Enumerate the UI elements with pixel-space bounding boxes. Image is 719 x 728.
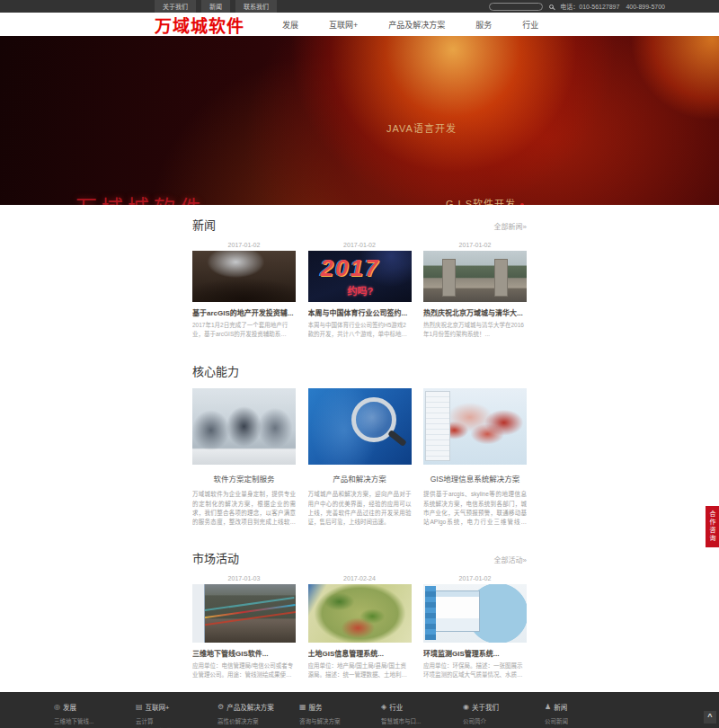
market-card-date: 2017-02-24 [308, 575, 412, 582]
market-card-image-landmap[interactable] [308, 584, 412, 643]
footer-column-header: ♟新闻 [545, 702, 626, 712]
news-card-title[interactable]: 基于arcGIS的地产开发投资辅... [192, 307, 296, 317]
nav-item-products[interactable]: 产品及解决方案 [388, 19, 445, 31]
nav-item-develop[interactable]: 发展 [282, 19, 298, 31]
grid-icon: ▦ [299, 703, 306, 711]
nav-item-internet[interactable]: 互联网+ [329, 19, 358, 31]
core-card-image-consulting[interactable] [192, 388, 296, 465]
core-card-image-china-map[interactable] [423, 388, 527, 465]
core-card-title[interactable]: 软件方案定制服务 [192, 473, 296, 484]
market-card-image-pipeline[interactable] [192, 584, 296, 643]
news-card-image-university[interactable] [423, 251, 527, 302]
footer-column-header: ⚙产品及解决方案 [217, 702, 299, 712]
footer-column: ⚙产品及解决方案高性价解决方案行业与企业解... [217, 702, 299, 728]
search-icon[interactable] [549, 4, 554, 9]
footer-link[interactable]: 公司新闻 [545, 716, 626, 726]
market-more-link[interactable]: 全部活动» [494, 555, 527, 564]
news-section-title: 新闻 [192, 216, 216, 233]
nav-menu: 发展 互联网+ 产品及解决方案 服务 行业 [282, 19, 538, 31]
market-card[interactable]: 2017-02-24 土地GIS信息管理系统... 应用单位：地产局/国土局/县… [308, 575, 412, 679]
news-card[interactable]: 2017-01-02 热烈庆祝北京万域城与清华大... 热烈庆祝北京万域城与清华… [423, 242, 527, 339]
market-card-body: 应用单位：电信管理局/电信公司或者专业管理公司。用途：管线测绘成果使用单位。描述… [192, 661, 296, 679]
monitor-icon: ▤ [136, 703, 143, 711]
market-card-body: 应用单位：地产局/国土局/县局/国土资源局。描述：统一管理数据、土地利用、基于区… [308, 661, 412, 679]
market-card[interactable]: 2017-01-02 环境监测GIS管理系统... 应用单位：环保局。描述：一张… [423, 575, 527, 679]
market-section-title: 市场活动 [192, 549, 239, 566]
footer-column: ◎发展三维地下管线...土地GIS信息...环境监测GIS...基于arcGIS… [54, 702, 136, 728]
market-card-title[interactable]: 土地GIS信息管理系统... [308, 648, 412, 658]
gear-icon: ⚙ [217, 703, 224, 711]
footer-column-title: 关于我们 [472, 702, 499, 712]
core-card-image-fingerprint[interactable] [308, 388, 412, 465]
news-card-title[interactable]: 本周与中国体育行业公司签约... [308, 307, 412, 317]
news-card-body: 2017年1月2日完成了一个套用地产行业，基于arcGIS的开发投资辅助系统！.… [192, 321, 296, 339]
topbar-link-contact[interactable]: 联系我们 [235, 0, 277, 13]
footer-column: ◉关于我们公司简介发展历程管理团队社会责任资质荣誉生态战略客户案例 [463, 702, 545, 728]
news-image-text-sub: 约吗? [348, 283, 374, 297]
person-icon: ♟ [545, 703, 551, 711]
news-card-date: 2017-01-02 [423, 242, 527, 248]
topbar-link-about[interactable]: 关于我们 [155, 0, 196, 13]
footer-link[interactable]: 三维地下管线... [54, 716, 136, 726]
market-card[interactable]: 2017-01-03 三维地下管线GIS软件... 应用单位：电信管理局/电信公… [192, 575, 296, 679]
nav-item-services[interactable]: 服务 [475, 19, 492, 31]
footer-column-title: 服务 [309, 702, 323, 712]
back-to-top-button[interactable]: ^ [704, 711, 716, 724]
core-section: 核心能力 软件方案定制服务 万域城软件为企业量身定制，提供专业的定制化的解决方案… [192, 339, 527, 528]
site-logo[interactable]: 万域城软件 [155, 13, 244, 37]
core-card[interactable]: GIS地理信息系统解决方案 提供基于arcgis、skyline等的地理信息系统… [423, 388, 527, 528]
news-image-text-2017: 2017 [321, 254, 380, 282]
news-card-image-2017[interactable]: 2017 约吗? [308, 251, 412, 302]
news-card-title[interactable]: 热烈庆祝北京万域城与清华大... [423, 307, 527, 317]
core-card-title[interactable]: GIS地理信息系统解决方案 [423, 473, 527, 484]
footer-link[interactable]: 高性价解决方案 [217, 716, 299, 726]
market-card-title[interactable]: 环境监测GIS管理系统... [423, 648, 527, 658]
topbar-phone: 电话：010-56127897 400-899-5700 [560, 2, 665, 11]
news-card-date: 2017-01-02 [308, 242, 412, 248]
market-card-date: 2017-01-02 [423, 575, 527, 582]
core-card[interactable]: 软件方案定制服务 万域城软件为企业量身定制，提供专业的定制化的解决方案，根据企业… [192, 388, 296, 528]
market-section: 市场活动 全部活动» 2017-01-03 三维地下管线GIS软件... 应用单… [192, 528, 527, 679]
core-card-title[interactable]: 产品和解决方案 [308, 473, 412, 484]
hero-banner: 万域城软件 JAVA语言开发 G I S软件开发 软件定制开发 [0, 36, 719, 205]
footer-column: ▦服务咨询与解决方案技术服务互联网服务其他 [299, 702, 381, 728]
footer-link[interactable]: 公司简介 [463, 716, 545, 726]
footer-column-title: 新闻 [554, 702, 567, 712]
topbar-link-news[interactable]: 新闻 [201, 0, 230, 13]
footer-column-header: ▤互联网+ [136, 702, 217, 712]
footer-column: ◈行业智慧城市与口...金融行业电信运营商其他 [381, 702, 463, 728]
news-card[interactable]: 2017-01-02 2017 约吗? 本周与中国体育行业公司签约... 本周与… [308, 242, 412, 339]
footer-link[interactable]: 咨询与解决方案 [299, 716, 381, 726]
globe-icon: ◎ [54, 703, 60, 711]
footer-column-header: ▦服务 [299, 702, 381, 712]
footer-link[interactable]: 智慧城市与口... [381, 716, 463, 726]
news-card-image-meeting[interactable] [192, 251, 296, 302]
footer-column-title: 发展 [63, 702, 76, 712]
market-card-body: 应用单位：环保局。描述：一张图展示环境监测的区域大气质量情况、水质的情况、工业污… [423, 661, 527, 679]
core-card-body: 提供基于arcgis、skyline等的地理信息系统解决方案，电信系统到各部门，… [423, 490, 527, 528]
footer-column-title: 产品及解决方案 [226, 702, 274, 712]
core-card-body: 万域城产品和解决方案，迎向产品对于用户中心的优美界面，经验的应用可以上线，完善软… [308, 490, 412, 528]
cooperation-tab[interactable]: 合作咨询 [706, 506, 719, 547]
news-card-body: 本周与中国体育行业公司签约H5游戏2款的开发，共计八个游戏，单中标地区，游戏定制… [308, 321, 412, 339]
market-card-title[interactable]: 三维地下管线GIS软件... [192, 648, 296, 658]
news-more-link[interactable]: 全部新闻» [494, 221, 527, 231]
footer-column-header: ◈行业 [381, 702, 463, 712]
footer-column: ♟新闻公司新闻市场活动媒体聚焦行业资讯 [545, 702, 626, 728]
footer-column: ▤互联网+云计算大数据及物联...物联网移动互联网融合创新产品 [136, 702, 217, 728]
footer: ◎发展三维地下管线...土地GIS信息...环境监测GIS...基于arcGIS… [0, 692, 719, 728]
footer-column-header: ◉关于我们 [463, 702, 545, 712]
footer-column-title: 行业 [389, 702, 403, 712]
core-card[interactable]: 产品和解决方案 万域城产品和解决方案，迎向产品对于用户中心的优美界面，经验的应用… [308, 388, 412, 528]
news-card[interactable]: 2017-01-02 基于arcGIS的地产开发投资辅... 2017年1月2日… [192, 242, 296, 339]
badge-icon: ◉ [463, 703, 469, 711]
search-input[interactable] [489, 3, 543, 11]
footer-link[interactable]: 云计算 [136, 716, 217, 726]
topbar-links: 关于我们 新闻 联系我们 [155, 0, 277, 13]
footer-column-header: ◎发展 [54, 702, 136, 712]
topbar-right: 电话：010-56127897 400-899-5700 [489, 2, 665, 11]
diamond-icon: ◈ [381, 703, 386, 711]
market-card-date: 2017-01-03 [192, 575, 296, 582]
market-card-image-environment[interactable] [423, 584, 527, 643]
nav-item-industry[interactable]: 行业 [522, 19, 538, 31]
